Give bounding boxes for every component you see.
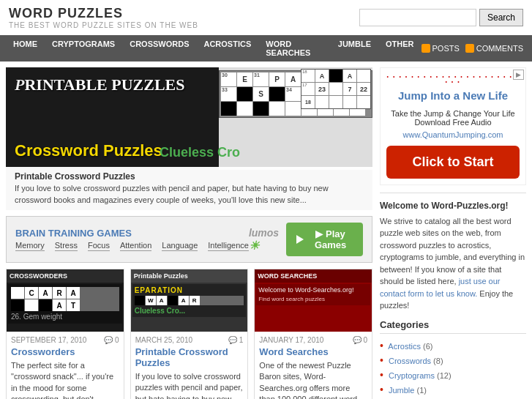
main-content: PRINTABLE PUZZLES 30 E 31 P A R A T I 3 [0,61,532,399]
article-crossworders: CROSSWORDERS C A R A A T [6,269,124,399]
category-cryptograms-count: (12) [437,371,452,380]
search-area: Search [359,9,523,26]
rss-comments-icon [465,44,474,53]
list-item: • Acrostics (6) [380,338,526,353]
site-title: WORD PUZZLES [9,6,198,21]
welcome-text: We strive to catalog all the best word p… [380,217,525,286]
article-thumb-2: Printable Puzzles EPARATION W A A R Clue… [131,269,248,332]
site-title-area: WORD PUZZLES THE BEST WORD PUZZLE SITES … [9,6,198,29]
feature-desc-text: If you love to solve crossword puzzles w… [15,183,364,206]
article-thumb-1: CROSSWORDERS C A R A A T [7,269,124,332]
brain-training-bar: BRAIN TRAINING GAMES Memory Stress Focus… [6,216,372,263]
nav-cryptograms[interactable]: CRYPTOGRAMS [45,35,122,61]
feature-banner: PRINTABLE PUZZLES 30 E 31 P A R A T I 3 [6,67,372,210]
brain-cat-intelligence: Intelligence [208,241,249,251]
category-acrostics[interactable]: Acrostics [388,342,421,351]
bullet-icon: • [380,340,383,351]
rss-comments-link[interactable]: COMMENTS [476,44,523,53]
nav-crosswords[interactable]: CROSSWORDS [122,35,196,61]
brain-info: BRAIN TRAINING GAMES Memory Stress Focus… [15,228,249,251]
play-games-button[interactable]: ▶ Play Games [286,223,363,256]
list-item: • Other (3) [380,397,526,400]
feature-clueless-label: Clueless Cro [160,145,240,160]
nav-other[interactable]: OTHER [378,35,422,61]
brain-cat-stress: Stress [55,241,78,251]
list-item: • Crosswords (8) [380,353,526,368]
article-date-2: MARCH 25, 2010 💬 1 [135,336,244,344]
crossword-grid-display: 30 E 31 P A R A T I 33 S 34 E 35 [219,67,372,170]
article-text-1: The perfect site for a "crossword snack"… [11,360,119,399]
ad-title: Jump Into a New Life [386,89,520,103]
ad-cta-button[interactable]: Click to Start [386,146,520,179]
nav-acrostics[interactable]: ACROSTICS [196,35,258,61]
page-header: WORD PUZZLES THE BEST WORD PUZZLE SITES … [0,0,532,35]
category-crosswords[interactable]: Crosswords [389,357,431,365]
list-item: • Cryptograms (12) [380,368,526,382]
nav-jumble[interactable]: JUMBLE [331,35,378,61]
list-item: • Jumble (1) [380,382,526,397]
brain-cat-memory: Memory [15,241,45,251]
article-date-1: SEPTEMBER 17, 2010 💬 0 [11,336,119,344]
rss-posts-link[interactable]: POSTS [432,44,460,53]
nav-rss: POSTS COMMENTS [422,44,526,53]
ad-body-line1: Take the Jump & Change Your Life [386,109,520,118]
play-label: ▶ Play Games [308,228,353,250]
article-thumb-3: WORD SEARCHES Welcome to Word-Searches.o… [255,269,372,332]
ad-body-line2: Download Free Audio [386,118,520,127]
brain-right: lumos☀ ▶ Play Games [249,223,363,256]
categories-list: • Acrostics (6) • Crosswords (8) • Crypt… [380,338,526,400]
play-icon [296,235,304,244]
sidebar: ▶ • • • • • • • • • • • • • • • • • • • … [380,67,526,399]
search-input[interactable] [359,9,476,26]
category-acrostics-count: (6) [423,342,432,351]
category-jumble[interactable]: Jumble [389,386,414,395]
article-printable: Printable Puzzles EPARATION W A A R Clue… [130,269,249,399]
lumos-logo: lumos☀ [249,227,279,253]
category-cryptograms[interactable]: Cryptograms [389,371,435,380]
nav-home[interactable]: HOME [6,35,45,61]
feature-desc-title: Printable Crossword Puzzles [15,171,364,182]
sidebar-ad: ▶ • • • • • • • • • • • • • • • • • • • … [380,67,526,185]
feature-description: Printable Crossword Puzzles If you love … [6,167,372,210]
rss-posts-icon [422,44,430,53]
brain-cat-language: Language [162,241,198,251]
site-subtitle: THE BEST WORD PUZZLE SITES ON THE WEB [9,21,198,29]
search-button[interactable]: Search [479,9,523,26]
content-area: PRINTABLE PUZZLES 30 E 31 P A R A T I 3 [6,67,372,399]
article-grid: CROSSWORDERS C A R A A T [6,269,372,399]
brain-cat-focus: Focus [88,241,110,251]
feature-crossword-label: Crossword Puzzles [15,141,162,160]
ad-dots-top: • • • • • • • • • • • • • • • • • • • • … [386,74,520,84]
brain-categories: Memory Stress Focus Attention Language I… [15,241,249,251]
ad-link[interactable]: www.QuantumJumping.com [403,130,503,139]
article-title-2[interactable]: Printable Crossword Puzzles [135,346,244,368]
navigation: HOME CRYPTOGRAMS CROSSWORDS ACROSTICS WO… [0,35,532,61]
welcome-title: Welcome to Word-Puzzles.org! [380,199,526,212]
nav-wordsearches[interactable]: WORD SEARCHES [258,35,331,61]
article-wordsearches: WORD SEARCHES Welcome to Word-Searches.o… [254,269,372,399]
article-date-3: JANUARY 17, 2010 💬 0 [259,336,367,344]
nav-links: HOME CRYPTOGRAMS CROSSWORDS ACROSTICS WO… [6,35,422,61]
bullet-icon: • [380,354,383,366]
brain-title: BRAIN TRAINING GAMES [15,228,249,239]
sidebar-welcome: Welcome to Word-Puzzles.org! We strive t… [380,193,526,312]
categories-title: Categories [380,319,526,334]
brain-cat-attention: Attention [120,241,151,251]
category-jumble-count: (1) [417,386,427,395]
article-text-3: One of the newest Puzzle Baron sites, Wo… [259,360,367,399]
bullet-icon: • [380,369,383,381]
article-title-1[interactable]: Crossworders [11,346,119,357]
category-crosswords-count: (8) [433,357,443,365]
article-text-2: If you love to solve crossword puzzles w… [135,371,244,399]
ad-tag: ▶ [513,70,524,80]
bullet-icon: • [380,384,383,395]
sidebar-categories: Categories • Acrostics (6) • Crosswords … [380,319,526,400]
article-title-3[interactable]: Word Searches [259,346,367,357]
